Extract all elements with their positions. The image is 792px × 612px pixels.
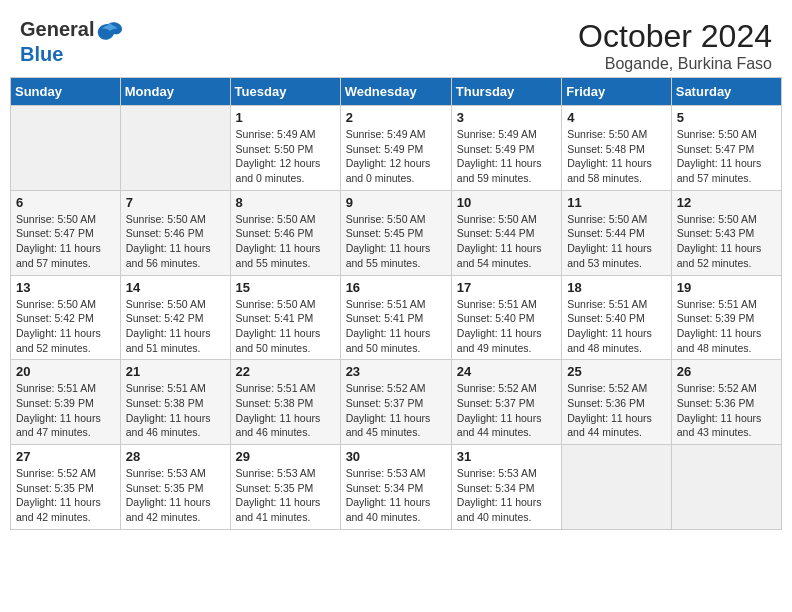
calendar-week-row: 13 Sunrise: 5:50 AMSunset: 5:42 PMDaylig… (11, 275, 782, 360)
cell-details: Sunrise: 5:51 AMSunset: 5:38 PMDaylight:… (236, 381, 335, 440)
cell-details: Sunrise: 5:50 AMSunset: 5:47 PMDaylight:… (16, 212, 115, 271)
cell-details: Sunrise: 5:50 AMSunset: 5:44 PMDaylight:… (567, 212, 666, 271)
day-number: 20 (16, 364, 115, 379)
calendar-cell: 5 Sunrise: 5:50 AMSunset: 5:47 PMDayligh… (671, 106, 781, 191)
calendar-cell: 12 Sunrise: 5:50 AMSunset: 5:43 PMDaylig… (671, 190, 781, 275)
cell-details: Sunrise: 5:53 AMSunset: 5:35 PMDaylight:… (236, 466, 335, 525)
cell-details: Sunrise: 5:50 AMSunset: 5:45 PMDaylight:… (346, 212, 446, 271)
day-number: 24 (457, 364, 556, 379)
logo-general: General (20, 18, 94, 40)
calendar-cell: 26 Sunrise: 5:52 AMSunset: 5:36 PMDaylig… (671, 360, 781, 445)
day-number: 10 (457, 195, 556, 210)
day-header-wednesday: Wednesday (340, 78, 451, 106)
day-number: 21 (126, 364, 225, 379)
cell-details: Sunrise: 5:52 AMSunset: 5:36 PMDaylight:… (567, 381, 666, 440)
logo: General Blue (20, 18, 126, 66)
day-header-monday: Monday (120, 78, 230, 106)
cell-details: Sunrise: 5:51 AMSunset: 5:40 PMDaylight:… (567, 297, 666, 356)
calendar-cell (120, 106, 230, 191)
day-number: 5 (677, 110, 776, 125)
cell-details: Sunrise: 5:50 AMSunset: 5:48 PMDaylight:… (567, 127, 666, 186)
calendar-cell: 10 Sunrise: 5:50 AMSunset: 5:44 PMDaylig… (451, 190, 561, 275)
calendar-week-row: 1 Sunrise: 5:49 AMSunset: 5:50 PMDayligh… (11, 106, 782, 191)
logo-bird-icon (96, 21, 124, 43)
cell-details: Sunrise: 5:51 AMSunset: 5:39 PMDaylight:… (16, 381, 115, 440)
calendar-cell: 6 Sunrise: 5:50 AMSunset: 5:47 PMDayligh… (11, 190, 121, 275)
day-number: 29 (236, 449, 335, 464)
day-number: 23 (346, 364, 446, 379)
day-number: 13 (16, 280, 115, 295)
day-number: 19 (677, 280, 776, 295)
day-number: 26 (677, 364, 776, 379)
logo-blue: Blue (20, 43, 63, 65)
calendar-cell: 3 Sunrise: 5:49 AMSunset: 5:49 PMDayligh… (451, 106, 561, 191)
day-number: 28 (126, 449, 225, 464)
calendar-cell: 27 Sunrise: 5:52 AMSunset: 5:35 PMDaylig… (11, 445, 121, 530)
calendar-cell: 23 Sunrise: 5:52 AMSunset: 5:37 PMDaylig… (340, 360, 451, 445)
day-number: 4 (567, 110, 666, 125)
day-header-thursday: Thursday (451, 78, 561, 106)
cell-details: Sunrise: 5:53 AMSunset: 5:34 PMDaylight:… (457, 466, 556, 525)
day-number: 18 (567, 280, 666, 295)
day-number: 15 (236, 280, 335, 295)
calendar-cell: 31 Sunrise: 5:53 AMSunset: 5:34 PMDaylig… (451, 445, 561, 530)
day-number: 14 (126, 280, 225, 295)
cell-details: Sunrise: 5:50 AMSunset: 5:47 PMDaylight:… (677, 127, 776, 186)
calendar-cell: 13 Sunrise: 5:50 AMSunset: 5:42 PMDaylig… (11, 275, 121, 360)
calendar-cell: 9 Sunrise: 5:50 AMSunset: 5:45 PMDayligh… (340, 190, 451, 275)
cell-details: Sunrise: 5:51 AMSunset: 5:40 PMDaylight:… (457, 297, 556, 356)
calendar-cell (671, 445, 781, 530)
cell-details: Sunrise: 5:50 AMSunset: 5:46 PMDaylight:… (126, 212, 225, 271)
calendar-cell (11, 106, 121, 191)
calendar-cell: 11 Sunrise: 5:50 AMSunset: 5:44 PMDaylig… (562, 190, 672, 275)
title-area: October 2024 Bogande, Burkina Faso (578, 18, 772, 73)
day-header-friday: Friday (562, 78, 672, 106)
cell-details: Sunrise: 5:50 AMSunset: 5:46 PMDaylight:… (236, 212, 335, 271)
cell-details: Sunrise: 5:52 AMSunset: 5:37 PMDaylight:… (457, 381, 556, 440)
cell-details: Sunrise: 5:50 AMSunset: 5:43 PMDaylight:… (677, 212, 776, 271)
day-header-saturday: Saturday (671, 78, 781, 106)
day-number: 27 (16, 449, 115, 464)
calendar-cell: 7 Sunrise: 5:50 AMSunset: 5:46 PMDayligh… (120, 190, 230, 275)
cell-details: Sunrise: 5:52 AMSunset: 5:37 PMDaylight:… (346, 381, 446, 440)
day-number: 16 (346, 280, 446, 295)
calendar-cell: 2 Sunrise: 5:49 AMSunset: 5:49 PMDayligh… (340, 106, 451, 191)
day-number: 17 (457, 280, 556, 295)
calendar-cell: 16 Sunrise: 5:51 AMSunset: 5:41 PMDaylig… (340, 275, 451, 360)
cell-details: Sunrise: 5:53 AMSunset: 5:34 PMDaylight:… (346, 466, 446, 525)
day-number: 30 (346, 449, 446, 464)
month-title: October 2024 (578, 18, 772, 55)
calendar-cell: 18 Sunrise: 5:51 AMSunset: 5:40 PMDaylig… (562, 275, 672, 360)
cell-details: Sunrise: 5:51 AMSunset: 5:41 PMDaylight:… (346, 297, 446, 356)
day-number: 3 (457, 110, 556, 125)
day-number: 11 (567, 195, 666, 210)
calendar-week-row: 6 Sunrise: 5:50 AMSunset: 5:47 PMDayligh… (11, 190, 782, 275)
cell-details: Sunrise: 5:51 AMSunset: 5:38 PMDaylight:… (126, 381, 225, 440)
calendar-table: SundayMondayTuesdayWednesdayThursdayFrid… (10, 77, 782, 530)
day-header-tuesday: Tuesday (230, 78, 340, 106)
page-header: General Blue October 2024 Bogande, Burki… (10, 10, 782, 77)
calendar-cell: 22 Sunrise: 5:51 AMSunset: 5:38 PMDaylig… (230, 360, 340, 445)
calendar-cell: 21 Sunrise: 5:51 AMSunset: 5:38 PMDaylig… (120, 360, 230, 445)
cell-details: Sunrise: 5:51 AMSunset: 5:39 PMDaylight:… (677, 297, 776, 356)
day-number: 12 (677, 195, 776, 210)
calendar-week-row: 27 Sunrise: 5:52 AMSunset: 5:35 PMDaylig… (11, 445, 782, 530)
cell-details: Sunrise: 5:50 AMSunset: 5:42 PMDaylight:… (16, 297, 115, 356)
day-number: 8 (236, 195, 335, 210)
calendar-cell: 25 Sunrise: 5:52 AMSunset: 5:36 PMDaylig… (562, 360, 672, 445)
day-number: 1 (236, 110, 335, 125)
day-number: 22 (236, 364, 335, 379)
cell-details: Sunrise: 5:52 AMSunset: 5:36 PMDaylight:… (677, 381, 776, 440)
calendar-cell: 17 Sunrise: 5:51 AMSunset: 5:40 PMDaylig… (451, 275, 561, 360)
calendar-cell: 4 Sunrise: 5:50 AMSunset: 5:48 PMDayligh… (562, 106, 672, 191)
calendar-cell (562, 445, 672, 530)
calendar-cell: 30 Sunrise: 5:53 AMSunset: 5:34 PMDaylig… (340, 445, 451, 530)
calendar-cell: 1 Sunrise: 5:49 AMSunset: 5:50 PMDayligh… (230, 106, 340, 191)
cell-details: Sunrise: 5:49 AMSunset: 5:49 PMDaylight:… (457, 127, 556, 186)
calendar-header-row: SundayMondayTuesdayWednesdayThursdayFrid… (11, 78, 782, 106)
day-number: 25 (567, 364, 666, 379)
calendar-cell: 20 Sunrise: 5:51 AMSunset: 5:39 PMDaylig… (11, 360, 121, 445)
calendar-cell: 14 Sunrise: 5:50 AMSunset: 5:42 PMDaylig… (120, 275, 230, 360)
day-number: 7 (126, 195, 225, 210)
cell-details: Sunrise: 5:49 AMSunset: 5:50 PMDaylight:… (236, 127, 335, 186)
